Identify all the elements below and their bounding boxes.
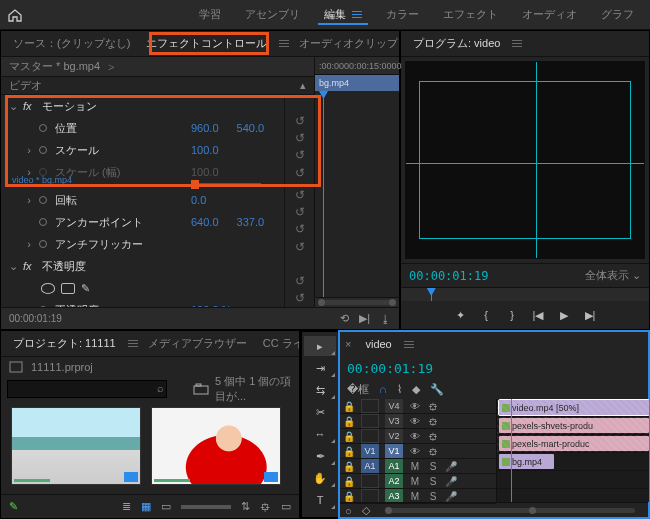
reset-icon[interactable]: ↺ (295, 166, 305, 180)
prop-rotation[interactable]: › 回転 0.0 (1, 189, 284, 211)
bin-icon[interactable] (193, 383, 209, 395)
reset-icon[interactable]: ↺ (295, 274, 305, 288)
reset-icon[interactable]: ↺ (295, 188, 305, 202)
settings-icon[interactable]: 🔧 (430, 383, 444, 396)
effect-opacity[interactable]: ⌄fx 不透明度 (1, 255, 284, 277)
eye-icon[interactable]: 👁 (409, 446, 421, 457)
reset-icon[interactable]: ↺ (295, 148, 305, 162)
workspace-graphics[interactable]: グラフ (589, 0, 646, 29)
sort-icon[interactable]: ⇅ (241, 500, 250, 513)
ec-ruler[interactable]: :00:0000:00:15:0000 (315, 57, 399, 75)
track-select-tool-icon[interactable]: ⇥ (304, 358, 336, 378)
slip-tool-icon[interactable]: ↔ (304, 424, 336, 444)
track-header-a1[interactable]: 🔒A1A1MS🎤 (339, 459, 496, 474)
workspace-audio[interactable]: オーディオ (510, 0, 589, 29)
voice-icon[interactable]: 🎤 (445, 461, 457, 472)
clip-thumbnail[interactable] (11, 407, 141, 485)
icon-view-icon[interactable]: ▦ (141, 500, 151, 513)
ellipse-mask-icon[interactable] (41, 283, 55, 294)
reset-icon[interactable]: ↺ (295, 222, 305, 236)
pen-tool-icon[interactable]: ✎ (9, 500, 18, 513)
prop-antiflicker[interactable]: › アンチフリッカー (1, 233, 284, 255)
stopwatch-icon[interactable] (39, 240, 47, 248)
clip-v3[interactable]: pexels-shvets-produ (499, 418, 649, 433)
pen-mask-icon[interactable]: ✎ (81, 282, 90, 295)
selection-tool-icon[interactable]: ▸ (304, 336, 336, 356)
twirl-icon[interactable]: ⌄ (9, 100, 17, 113)
track-header-v4[interactable]: 🔒V4👁⯐ (339, 399, 496, 414)
playhead[interactable] (431, 288, 432, 301)
type-tool-icon[interactable]: T (304, 490, 336, 510)
workspace-learn[interactable]: 学習 (187, 0, 233, 29)
loop-icon[interactable]: ⟲ (340, 312, 349, 325)
home-button[interactable] (4, 4, 26, 26)
prop-scale[interactable]: › スケール 100.0 (1, 139, 284, 161)
list-view-icon[interactable]: ≣ (122, 500, 131, 513)
clip-v1[interactable]: bg.mp4 (499, 454, 554, 469)
eye-icon[interactable]: 👁 (409, 401, 421, 412)
close-seq-icon[interactable]: × (345, 338, 351, 350)
timeline-timecode[interactable]: 00:00:01:19 (347, 361, 433, 376)
workspace-color[interactable]: カラー (374, 0, 431, 29)
track-header-v2[interactable]: 🔒V2👁⯐ (339, 429, 496, 444)
lock-icon[interactable]: 🔒 (343, 416, 355, 427)
program-scrubber[interactable] (401, 287, 649, 301)
lock-icon[interactable]: 🔒 (343, 461, 355, 472)
ec-zoom[interactable] (315, 297, 399, 307)
program-timecode[interactable]: 00:00:01:19 (409, 269, 488, 283)
reset-icon[interactable]: ↺ (295, 291, 305, 305)
workspace-assembly[interactable]: アセンブリ (233, 0, 312, 29)
eye-icon[interactable]: 👁 (409, 431, 421, 442)
zoom-fit-dropdown[interactable]: 全体表示 ⌄ (585, 268, 641, 283)
prop-position[interactable]: 位置 960.0540.0 (1, 117, 284, 139)
keyframe-nav[interactable]: ◀ ◇ ▶ (246, 304, 276, 308)
stopwatch-icon[interactable] (39, 306, 47, 307)
collapse-caret-icon[interactable]: ▴ (300, 79, 306, 92)
tab-audio-mixer[interactable]: オーディオクリップミキサー：video (293, 34, 399, 53)
track-header-v3[interactable]: 🔒V3👁⯐ (339, 414, 496, 429)
razor-tool-icon[interactable]: ✂ (304, 402, 336, 422)
tab-program[interactable]: プログラム: video (407, 34, 506, 53)
solo-icon[interactable]: S (427, 461, 439, 472)
hand-tool-icon[interactable]: ✋ (304, 468, 336, 488)
mark-in-icon[interactable]: { (478, 307, 494, 323)
panel-menu-icon[interactable] (128, 340, 138, 347)
freeform-view-icon[interactable]: ▭ (161, 500, 171, 513)
stopwatch-icon[interactable] (39, 218, 47, 226)
marker-icon[interactable]: ◆ (412, 383, 420, 396)
nest-icon[interactable]: �框 (347, 382, 369, 397)
snap-icon[interactable]: ∩ (379, 383, 387, 395)
ec-clipbar[interactable]: bg.mp4 (315, 75, 399, 91)
tab-media-browser[interactable]: メディアブラウザー (142, 334, 253, 353)
reset-icon[interactable]: ↺ (295, 205, 305, 219)
lock-icon[interactable]: 🔒 (343, 491, 355, 502)
reset-icon[interactable]: ↺ (295, 131, 305, 145)
lock-icon[interactable]: 🔒 (343, 401, 355, 412)
twirl-icon[interactable]: › (25, 144, 33, 156)
rect-mask-icon[interactable] (61, 283, 75, 294)
playhead[interactable] (511, 399, 512, 502)
tab-cc-libraries[interactable]: CC ライブラリ (257, 334, 299, 353)
workspace-editing[interactable]: 編集 (312, 0, 374, 29)
sync-lock-icon[interactable]: ⯐ (427, 431, 439, 442)
workspace-effects[interactable]: エフェクト (431, 0, 510, 29)
clip-v2[interactable]: pexels-mart-produc (499, 436, 649, 451)
tab-project[interactable]: プロジェクト: 11111 (7, 334, 122, 353)
stopwatch-icon[interactable] (39, 124, 47, 132)
pen-tool-icon[interactable]: ✒ (304, 446, 336, 466)
sync-lock-icon[interactable]: ⯐ (427, 446, 439, 457)
stopwatch-icon[interactable] (39, 146, 47, 154)
clip-v4[interactable]: video.mp4 [50%] (499, 400, 649, 415)
find-icon[interactable]: ⯐ (260, 501, 271, 513)
lock-icon[interactable]: 🔒 (343, 431, 355, 442)
linked-selection-icon[interactable]: ⌇ (397, 383, 402, 396)
add-marker-icon[interactable]: ✦ (452, 307, 468, 323)
prop-anchor[interactable]: アンカーポイント 640.0337.0 (1, 211, 284, 233)
panel-menu-icon[interactable] (404, 341, 414, 348)
effect-motion[interactable]: ⌄ fx モーション (1, 95, 284, 117)
lock-icon[interactable]: 🔒 (343, 446, 355, 457)
program-viewport[interactable] (405, 61, 645, 259)
tab-effect-controls[interactable]: エフェクトコントロール (140, 34, 273, 53)
export-icon[interactable]: ⭳ (380, 313, 391, 325)
track-header-a2[interactable]: 🔒A2MS🎤 (339, 474, 496, 489)
